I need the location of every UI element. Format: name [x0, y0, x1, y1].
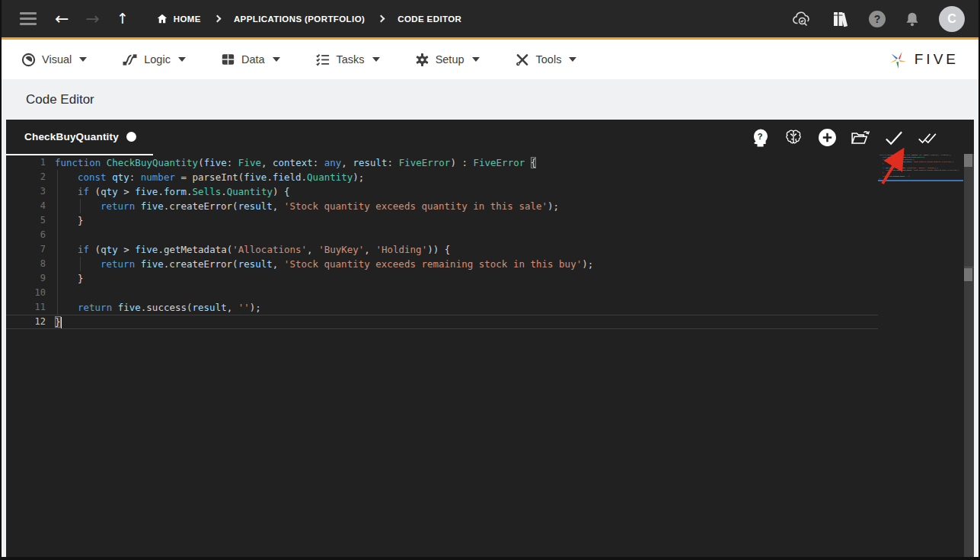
menu-item-data[interactable]: Data	[221, 53, 280, 66]
code-line-10[interactable]: 10	[6, 286, 974, 300]
tab-checkbuyquantity[interactable]: CheckBuyQuantity	[6, 120, 153, 155]
notifications-icon[interactable]	[904, 10, 921, 28]
editor-toolbar: ?	[750, 128, 974, 148]
scrollbar-thumb[interactable]	[964, 268, 972, 281]
line-number: 7	[6, 242, 46, 257]
home-icon	[156, 13, 168, 24]
code-line-11[interactable]: 11return five.success(result, '');	[6, 300, 974, 315]
code-line-8[interactable]: 8return five.createError(result, 'Stock …	[6, 257, 974, 271]
dropdown-caret-icon	[178, 57, 186, 62]
breadcrumb-label: CODE EDITOR	[397, 14, 461, 24]
scrollbar-thumb[interactable]	[964, 154, 972, 167]
line-number: 6	[6, 228, 46, 242]
page-title-band: Code Editor	[2, 79, 978, 120]
avatar[interactable]: C	[939, 6, 965, 32]
page-title: Code Editor	[26, 92, 94, 107]
code-line-7[interactable]: 7if (qty > five.getMetadata('Allocations…	[6, 242, 974, 257]
line-number: 1	[6, 155, 46, 170]
menu-item-tools[interactable]: Tools	[515, 53, 577, 67]
line-number: 10	[6, 286, 46, 300]
breadcrumb: HOME APPLICATIONS (PORTFOLIO) CODE EDITO…	[156, 13, 461, 24]
breadcrumb-label: APPLICATIONS (PORTFOLIO)	[234, 14, 365, 24]
add-icon[interactable]	[817, 128, 837, 148]
app-window: ← → ↑ HOME APPLICATIONS (PORTFOLIO) CODE…	[0, 0, 980, 560]
brand-text: FIVE	[915, 51, 959, 68]
dropdown-caret-icon	[372, 57, 380, 62]
code-editor-panel: CheckBuyQuantity ?	[6, 120, 974, 557]
brain-icon[interactable]	[784, 128, 803, 148]
menubar: Visual Logic Data	[2, 40, 978, 79]
line-number: 12	[6, 315, 46, 329]
code-line-5[interactable]: 5}	[6, 213, 974, 228]
data-icon	[221, 53, 235, 66]
setup-icon	[415, 53, 429, 67]
minimap[interactable]: function CheckBuyQuantity(five: Five, co…	[878, 154, 963, 187]
minimap-current-line-marker	[878, 180, 963, 181]
open-folder-icon[interactable]	[851, 128, 870, 148]
breadcrumb-label: HOME	[174, 14, 201, 24]
menu-item-visual[interactable]: Visual	[21, 53, 87, 67]
code-area[interactable]: 1function CheckBuyQuantity(five: Five, c…	[6, 155, 974, 557]
breadcrumb-home[interactable]: HOME	[156, 13, 201, 24]
library-icon[interactable]	[831, 9, 851, 29]
code-line-12[interactable]: 12}	[6, 315, 974, 329]
forward-icon[interactable]: →	[85, 11, 99, 27]
current-line-highlight	[6, 315, 878, 329]
line-number: 2	[6, 170, 46, 184]
code-line-4[interactable]: 4return five.createError(result, 'Stock …	[6, 199, 974, 213]
dropdown-caret-icon	[472, 57, 480, 62]
scrollbar-separator	[964, 267, 974, 267]
breadcrumb-code-editor[interactable]: CODE EDITOR	[397, 14, 461, 24]
save-check-icon[interactable]	[884, 128, 904, 148]
svg-text:?: ?	[758, 131, 763, 140]
editor-scrollbar[interactable]	[964, 154, 974, 557]
code-lines: 1function CheckBuyQuantity(five: Five, c…	[6, 155, 974, 329]
code-line-2[interactable]: 2const qty: number = parseInt(five.field…	[6, 170, 974, 184]
save-all-icon[interactable]	[918, 128, 937, 148]
tab-label: CheckBuyQuantity	[24, 131, 119, 142]
chevron-right-icon	[213, 15, 221, 23]
help-icon[interactable]: ?	[869, 11, 886, 27]
menu-item-logic[interactable]: Logic	[122, 53, 186, 67]
back-icon[interactable]: ←	[55, 11, 69, 27]
dropdown-caret-icon	[569, 57, 576, 62]
dropdown-caret-icon	[273, 57, 280, 62]
line-number: 5	[6, 213, 46, 228]
line-number: 3	[6, 184, 46, 199]
breadcrumb-applications[interactable]: APPLICATIONS (PORTFOLIO)	[234, 14, 365, 24]
logic-icon	[122, 53, 138, 67]
line-number: 4	[6, 199, 46, 213]
line-number: 9	[6, 271, 46, 286]
tools-icon	[515, 53, 530, 67]
code-line-1[interactable]: 1function CheckBuyQuantity(five: Five, c…	[6, 155, 974, 170]
code-line-6[interactable]: 6	[6, 228, 974, 242]
chevron-right-icon	[378, 15, 385, 23]
code-line-3[interactable]: 3if (qty > five.form.Sells.Quantity) {	[6, 184, 974, 199]
text-cursor	[61, 317, 62, 328]
menu-item-tasks[interactable]: Tasks	[315, 53, 380, 66]
up-icon[interactable]: ↑	[117, 11, 129, 26]
five-logo[interactable]: FIVE	[887, 48, 959, 71]
tasks-icon	[315, 53, 330, 66]
five-logo-icon	[887, 48, 908, 71]
line-number: 8	[6, 257, 46, 271]
line-number: 11	[6, 300, 46, 315]
code-line-9[interactable]: 9}	[6, 271, 974, 286]
editor-tabbar: CheckBuyQuantity ?	[6, 120, 974, 155]
hint-head-icon[interactable]: ?	[750, 128, 770, 148]
visual-icon	[21, 53, 36, 67]
menu-item-setup[interactable]: Setup	[415, 53, 480, 67]
dropdown-caret-icon	[79, 57, 87, 62]
topbar: ← → ↑ HOME APPLICATIONS (PORTFOLIO) CODE…	[2, 0, 978, 40]
menu-icon[interactable]	[18, 9, 38, 28]
unsaved-dot-icon	[126, 132, 136, 142]
cloud-search-icon[interactable]	[792, 10, 812, 28]
minimap-content: function CheckBuyQuantity(five: Five, co…	[878, 154, 963, 180]
